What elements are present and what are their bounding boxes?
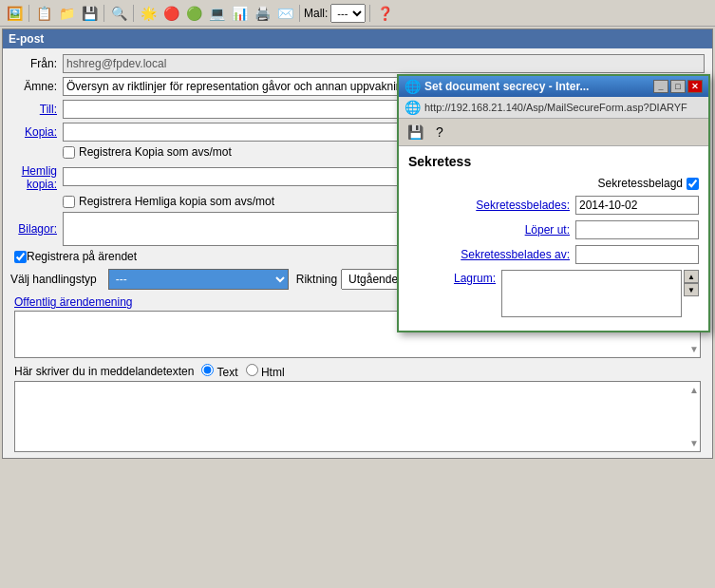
message-format-label: Här skriver du in meddelandetexten (14, 365, 194, 378)
toolbar-sep-4 (299, 5, 300, 22)
minimize-button[interactable]: _ (653, 80, 668, 93)
toolbar-icon-6[interactable]: 🌟 (138, 3, 159, 24)
handlings-select-wrap: --- (108, 269, 289, 290)
sekretessbelagd-row: Sekretessbelagd (408, 177, 699, 190)
loper-ut-row: Löper ut: (408, 220, 699, 239)
popup-save-icon[interactable]: 💾 (405, 122, 425, 142)
toolbar-sep-3 (133, 5, 134, 22)
loper-ut-input[interactable] (575, 220, 699, 239)
to-label[interactable]: Till: (10, 103, 63, 116)
sekretessbelades-row: Sekretessbelades: (408, 196, 699, 215)
register-cc-checkbox[interactable] (63, 146, 75, 159)
from-row: Från: (10, 54, 705, 73)
sekretessbelades-label[interactable]: Sekretessbelades: (476, 199, 570, 212)
popup-toolbar: 💾 ? (399, 119, 708, 146)
toolbar-icon-2[interactable]: 📋 (33, 3, 54, 24)
sekretessbelagd-checkbox[interactable] (687, 178, 699, 190)
sekretessbelades-input[interactable] (575, 196, 699, 215)
close-button[interactable]: ✕ (687, 80, 703, 93)
toolbar-icon-4[interactable]: 💾 (79, 3, 100, 24)
html-radio-label[interactable]: Html (246, 364, 285, 379)
toolbar-icon-11[interactable]: 🖨️ (252, 3, 273, 24)
from-label: Från: (10, 57, 63, 70)
message-scroll-up[interactable]: ▲ (689, 385, 699, 395)
register-secret-label: Registrera Hemliga kopia som avs/mot (79, 195, 274, 208)
riktning-label: Riktning (296, 273, 337, 286)
toolbar-icon-12[interactable]: ✉️ (274, 3, 295, 24)
subject-label: Ämne: (10, 80, 63, 93)
ie-icon: 🌐 (405, 100, 421, 115)
secret-cc-label[interactable]: Hemlig kopia: (10, 162, 63, 191)
help-icon[interactable]: ❓ (374, 3, 395, 24)
toolbar-icon-9[interactable]: 💻 (206, 3, 227, 24)
lagrum-textarea[interactable] (501, 270, 682, 317)
popup-addressbar: 🌐 http://192.168.21.140/Asp/MailSecureFo… (399, 97, 708, 119)
message-textarea[interactable] (14, 381, 701, 452)
html-radio[interactable] (246, 364, 258, 376)
from-input[interactable] (63, 54, 705, 73)
toolbar-sep-1 (28, 5, 29, 22)
popup-section-title: Sekretess (408, 154, 699, 169)
handlings-label: Välj handlingstyp (10, 273, 97, 286)
mall-select[interactable]: --- (330, 4, 366, 23)
toolbar-mall-group: Mall: --- (304, 4, 366, 23)
popup-titlebar-left: 🌐 Set document secrecy - Inter... (405, 79, 589, 94)
register-arende-label: Registrera på ärendet (27, 250, 137, 263)
popup-content: Sekretess Sekretessbelagd Sekretessbelad… (399, 146, 708, 331)
toolbar-sep-5 (369, 5, 370, 22)
toolbar-icon-7[interactable]: 🔴 (160, 3, 181, 24)
secrecy-popup: 🌐 Set document secrecy - Inter... _ □ ✕ … (397, 74, 710, 332)
toolbar-icon-8[interactable]: 🟢 (183, 3, 204, 24)
popup-title: Set document secrecy - Inter... (424, 80, 589, 93)
lagrum-scrollbar: ▲ ▼ (684, 270, 699, 296)
toolbar-icon-3[interactable]: 📁 (56, 3, 77, 24)
register-cc-label: Registrera Kopia som avs/mot (79, 145, 232, 159)
lagrum-scroll-up[interactable]: ▲ (684, 270, 699, 283)
popup-titlebar-buttons: _ □ ✕ (653, 80, 703, 93)
toolbar-icon-10[interactable]: 📊 (229, 3, 250, 24)
popup-url: http://192.168.21.140/Asp/MailSecureForm… (424, 102, 687, 113)
register-secret-checkbox[interactable] (63, 196, 75, 208)
mall-label: Mall: (304, 7, 328, 20)
sekretessbelagd-label: Sekretessbelagd (598, 177, 683, 190)
sekretessbelades-av-input[interactable] (575, 245, 699, 264)
toolbar-icon-1[interactable]: 🖼️ (4, 3, 25, 24)
lagrum-row: Lagrum: ▲ ▼ (408, 270, 699, 317)
sekretessbelades-av-row: Sekretessbelades av: (408, 245, 699, 264)
toolbar: 🖼️ 📋 📁 💾 🔍 🌟 🔴 🟢 💻 📊 🖨️ ✉️ Mall: --- ❓ (0, 0, 715, 27)
offentlig-scroll-down[interactable]: ▼ (689, 344, 699, 354)
attachments-label[interactable]: Bilagor: (10, 222, 63, 236)
register-arende-checkbox[interactable] (14, 251, 27, 263)
lagrum-label[interactable]: Lagrum: (454, 270, 496, 285)
lagrum-scroll-down[interactable]: ▼ (684, 283, 699, 296)
message-format-row: Här skriver du in meddelandetexten Text … (14, 364, 701, 379)
popup-titlebar: 🌐 Set document secrecy - Inter... _ □ ✕ (399, 76, 708, 97)
message-body-wrap: ▲ ▼ (14, 381, 701, 452)
text-radio[interactable] (201, 364, 214, 376)
toolbar-sep-2 (103, 5, 104, 22)
cc-label[interactable]: Kopia: (10, 125, 63, 139)
window-title: E-post (3, 29, 712, 48)
handlings-select[interactable]: --- (108, 269, 289, 290)
message-scroll-down[interactable]: ▼ (689, 438, 699, 448)
maximize-button[interactable]: □ (670, 80, 686, 93)
popup-browser-icon: 🌐 (405, 79, 421, 94)
sekretessbelades-av-label[interactable]: Sekretessbelades av: (461, 248, 570, 261)
popup-help-icon[interactable]: ? (429, 122, 450, 142)
loper-ut-label[interactable]: Löper ut: (525, 223, 570, 237)
text-radio-label[interactable]: Text (201, 364, 237, 379)
toolbar-icon-5[interactable]: 🔍 (108, 3, 129, 24)
